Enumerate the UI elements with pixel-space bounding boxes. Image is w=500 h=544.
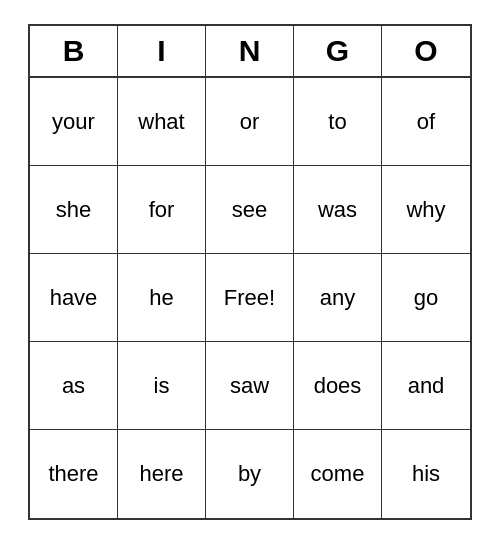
cell-r0-c3[interactable]: to: [294, 78, 382, 166]
cell-r4-c3[interactable]: come: [294, 430, 382, 518]
cell-r2-c4[interactable]: go: [382, 254, 470, 342]
cell-r1-c1[interactable]: for: [118, 166, 206, 254]
cell-r1-c2[interactable]: see: [206, 166, 294, 254]
cell-r3-c2[interactable]: saw: [206, 342, 294, 430]
bingo-card: BINGO yourwhatortoofsheforseewaswhyhaveh…: [28, 24, 472, 520]
cell-r0-c1[interactable]: what: [118, 78, 206, 166]
header-letter-g: G: [294, 26, 382, 76]
cell-r4-c4[interactable]: his: [382, 430, 470, 518]
cell-r1-c4[interactable]: why: [382, 166, 470, 254]
cell-r3-c0[interactable]: as: [30, 342, 118, 430]
header-letter-o: O: [382, 26, 470, 76]
bingo-header: BINGO: [30, 26, 470, 78]
cell-r2-c2[interactable]: Free!: [206, 254, 294, 342]
cell-r1-c3[interactable]: was: [294, 166, 382, 254]
cell-r2-c0[interactable]: have: [30, 254, 118, 342]
cell-r2-c1[interactable]: he: [118, 254, 206, 342]
cell-r4-c0[interactable]: there: [30, 430, 118, 518]
cell-r4-c1[interactable]: here: [118, 430, 206, 518]
cell-r4-c2[interactable]: by: [206, 430, 294, 518]
header-letter-n: N: [206, 26, 294, 76]
cell-r0-c4[interactable]: of: [382, 78, 470, 166]
header-letter-b: B: [30, 26, 118, 76]
cell-r3-c3[interactable]: does: [294, 342, 382, 430]
cell-r2-c3[interactable]: any: [294, 254, 382, 342]
cell-r3-c1[interactable]: is: [118, 342, 206, 430]
cell-r1-c0[interactable]: she: [30, 166, 118, 254]
cell-r0-c2[interactable]: or: [206, 78, 294, 166]
cell-r0-c0[interactable]: your: [30, 78, 118, 166]
cell-r3-c4[interactable]: and: [382, 342, 470, 430]
bingo-grid: yourwhatortoofsheforseewaswhyhaveheFree!…: [30, 78, 470, 518]
header-letter-i: I: [118, 26, 206, 76]
